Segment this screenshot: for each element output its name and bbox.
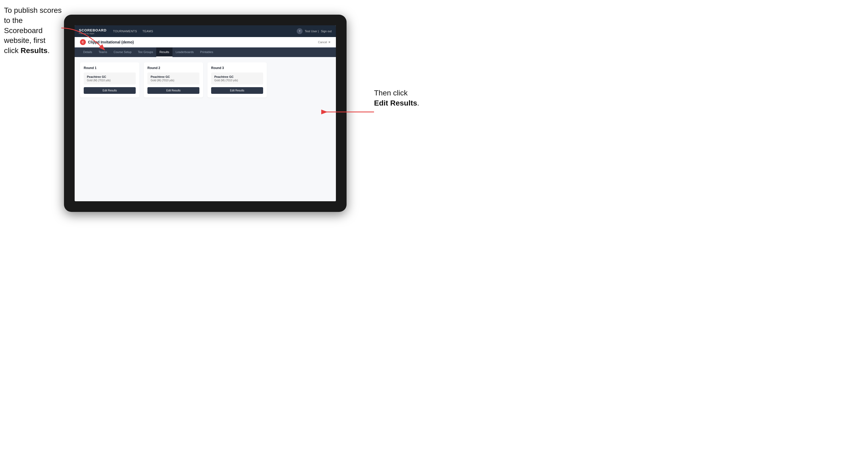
tablet-device: SCOREBOARD Powered by clippd TOURNAMENTS… xyxy=(64,15,347,212)
tournament-title-area: C Clippd Invitational (demo) xyxy=(80,39,134,45)
round-3-course-name: Peachtree GC xyxy=(214,75,260,79)
user-name: Test User | xyxy=(305,30,318,33)
tab-tee-groups[interactable]: Tee Groups xyxy=(135,48,156,57)
instruction-right: Then click Edit Results. xyxy=(374,88,430,108)
user-avatar: T xyxy=(297,28,303,34)
round-3-course-card: Peachtree GC Gold (M) (7010 yds) xyxy=(211,72,263,85)
instruction-left: To publish scores to the Scoreboard webs… xyxy=(4,5,63,56)
logo-text: SCOREBOARD xyxy=(79,28,106,32)
nav-links: TOURNAMENTS TEAMS xyxy=(113,29,297,34)
sign-out-link[interactable]: Sign out xyxy=(321,30,332,33)
tab-navigation: Details Teams Course Setup Tee Groups Re… xyxy=(75,48,336,57)
round-1-course-details: Gold (M) (7010 yds) xyxy=(87,79,132,82)
tab-course-setup[interactable]: Course Setup xyxy=(111,48,135,57)
round-2-title: Round 2 xyxy=(148,66,199,70)
tournament-title: Clippd Invitational (demo) xyxy=(88,40,134,44)
logo-area: SCOREBOARD Powered by clippd xyxy=(79,28,106,34)
tab-printables[interactable]: Printables xyxy=(197,48,216,57)
logo-sub: Powered by clippd xyxy=(79,33,106,34)
cancel-button[interactable]: Cancel ✕ xyxy=(318,40,331,44)
round-2-course-details: Gold (M) (7010 yds) xyxy=(151,79,196,82)
edit-results-button-1[interactable]: Edit Results xyxy=(84,87,136,94)
round-2-course-card: Peachtree GC Gold (M) (7010 yds) xyxy=(148,72,199,85)
tab-leaderboards[interactable]: Leaderboards xyxy=(173,48,197,57)
main-content: Round 1 Peachtree GC Gold (M) (7010 yds)… xyxy=(75,57,336,201)
round-1-course-card: Peachtree GC Gold (M) (7010 yds) xyxy=(84,72,136,85)
round-3-title: Round 3 xyxy=(211,66,263,70)
tab-details[interactable]: Details xyxy=(80,48,95,57)
empty-column xyxy=(271,62,331,98)
round-2-card: Round 2 Peachtree GC Gold (M) (7010 yds)… xyxy=(144,62,203,98)
tournament-icon: C xyxy=(80,39,86,45)
top-navigation: SCOREBOARD Powered by clippd TOURNAMENTS… xyxy=(75,25,336,37)
edit-results-button-3[interactable]: Edit Results xyxy=(211,87,263,94)
tab-teams[interactable]: Teams xyxy=(95,48,111,57)
round-3-card: Round 3 Peachtree GC Gold (M) (7010 yds)… xyxy=(208,62,267,98)
rounds-grid: Round 1 Peachtree GC Gold (M) (7010 yds)… xyxy=(80,62,331,98)
nav-tournaments[interactable]: TOURNAMENTS xyxy=(113,29,137,34)
round-2-course-name: Peachtree GC xyxy=(151,75,196,79)
nav-teams[interactable]: TEAMS xyxy=(142,29,153,34)
nav-right: T Test User | Sign out xyxy=(297,28,332,34)
round-3-course-details: Gold (M) (7010 yds) xyxy=(214,79,260,82)
edit-results-button-2[interactable]: Edit Results xyxy=(148,87,199,94)
round-1-card: Round 1 Peachtree GC Gold (M) (7010 yds)… xyxy=(80,62,140,98)
round-1-course-name: Peachtree GC xyxy=(87,75,132,79)
tournament-header: C Clippd Invitational (demo) Cancel ✕ xyxy=(75,37,336,48)
tab-results[interactable]: Results xyxy=(156,48,173,57)
tablet-screen: SCOREBOARD Powered by clippd TOURNAMENTS… xyxy=(75,25,336,201)
round-1-title: Round 1 xyxy=(84,66,136,70)
